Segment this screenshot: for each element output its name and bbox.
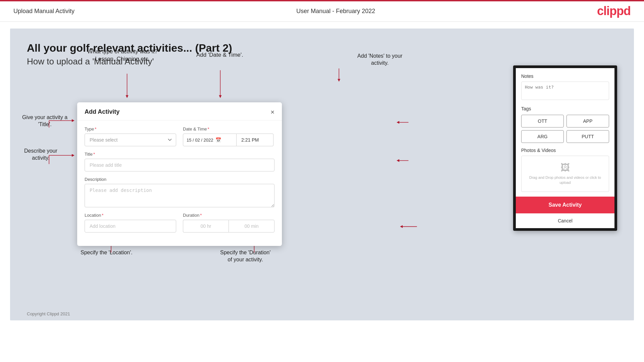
modal-header: Add Activity × xyxy=(77,102,282,120)
description-textarea[interactable] xyxy=(85,184,275,207)
modal-body: Type* Please select Date & Time* 15 / 02… xyxy=(77,120,282,246)
title-row: Title* xyxy=(85,152,275,171)
type-annotation: What type of activity was it? Lesson, Ch… xyxy=(87,48,158,63)
title-input[interactable] xyxy=(85,159,275,171)
upload-icon: 🖼 xyxy=(525,162,605,173)
location-annotation: Specify the 'Location'. xyxy=(81,249,133,256)
tag-app[interactable]: APP xyxy=(566,115,609,127)
svg-marker-6 xyxy=(72,119,75,122)
add-activity-modal: Add Activity × Type* Please select Date … xyxy=(77,102,282,246)
duration-hr-input[interactable] xyxy=(183,220,229,232)
duration-inputs xyxy=(183,220,275,232)
tag-putt[interactable]: PUTT xyxy=(566,130,609,143)
copyright: Copyright Clippd 2021 xyxy=(27,311,70,316)
cancel-link[interactable]: Cancel xyxy=(516,213,614,228)
description-group: Description xyxy=(85,177,275,207)
date-input[interactable]: 15 / 02 / 2022 📅 xyxy=(183,134,237,146)
description-label: Description xyxy=(85,177,275,182)
modal-title: Add Activity xyxy=(85,108,119,115)
phone-inner: Notes Tags OTT APP ARG PUTT Photos & Vid… xyxy=(516,68,614,192)
save-activity-button[interactable]: Save Activity xyxy=(516,197,614,213)
duration-label: Duration* xyxy=(183,213,275,218)
time-input[interactable] xyxy=(237,134,274,146)
notes-section-label: Notes xyxy=(521,73,609,79)
phone-panel: Notes Tags OTT APP ARG PUTT Photos & Vid… xyxy=(513,65,617,231)
type-select[interactable]: Please select xyxy=(85,134,176,146)
type-group: Type* Please select xyxy=(85,126,176,146)
title-label: Title* xyxy=(85,152,275,157)
notes-textarea[interactable] xyxy=(521,82,609,100)
photos-section-label: Photos & Videos xyxy=(521,148,609,153)
tags-section-label: Tags xyxy=(521,106,609,111)
location-duration-row: Location* Duration* xyxy=(85,213,275,232)
datetime-inputs: 15 / 02 / 2022 📅 xyxy=(183,134,275,146)
location-group: Location* xyxy=(85,213,176,232)
location-label: Location* xyxy=(85,213,176,218)
svg-marker-3 xyxy=(219,95,221,98)
type-datetime-row: Type* Please select Date & Time* 15 / 02… xyxy=(85,126,275,146)
description-row: Description xyxy=(85,177,275,207)
logo: clippd xyxy=(597,4,631,18)
modal-close-button[interactable]: × xyxy=(270,109,275,115)
manual-title: User Manual - February 2022 xyxy=(296,8,375,15)
main-content: All your golf-relevant activities... (Pa… xyxy=(10,29,634,320)
location-input[interactable] xyxy=(85,220,176,232)
svg-marker-21 xyxy=(400,225,403,228)
datetime-group: Date & Time* 15 / 02 / 2022 📅 xyxy=(183,126,275,146)
svg-marker-17 xyxy=(397,121,399,124)
duration-annotation: Specify the 'Duration' of your activity. xyxy=(220,249,270,263)
svg-marker-19 xyxy=(397,159,399,162)
datetime-label: Date & Time* xyxy=(183,126,275,132)
svg-marker-15 xyxy=(338,79,340,82)
duration-group: Duration* xyxy=(183,213,275,232)
duration-min-input[interactable] xyxy=(229,220,275,232)
svg-marker-1 xyxy=(126,95,129,98)
photo-upload-box[interactable]: 🖼 Drag and Drop photos and videos or cli… xyxy=(521,156,609,192)
title-annotation: Give your activity a 'Title'. xyxy=(22,114,67,128)
calendar-icon: 📅 xyxy=(215,137,221,143)
datetime-annotation: Add 'Date & Time'. xyxy=(196,51,243,59)
upload-text: Drag and Drop photos and videos or click… xyxy=(525,175,605,186)
type-label: Type* xyxy=(85,126,176,132)
tag-arg[interactable]: ARG xyxy=(521,130,564,143)
tags-grid: OTT APP ARG PUTT xyxy=(521,115,609,143)
title-group: Title* xyxy=(85,152,275,171)
svg-marker-9 xyxy=(72,154,75,157)
notes-annotation: Add 'Notes' to your activity. xyxy=(357,53,402,67)
page-heading: Upload Manual Activity xyxy=(13,8,75,15)
tag-ott[interactable]: OTT xyxy=(521,115,564,127)
desc-annotation: Describe your activity. xyxy=(24,148,57,162)
top-bar: Upload Manual Activity User Manual - Feb… xyxy=(0,0,644,22)
